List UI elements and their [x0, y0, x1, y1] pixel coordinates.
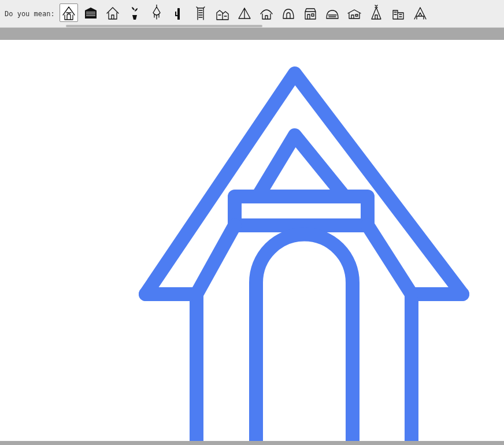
building-icon[interactable]	[389, 3, 407, 22]
tepee-icon[interactable]	[367, 3, 386, 22]
town-icon[interactable]	[213, 3, 232, 22]
drawing-canvas[interactable]	[0, 40, 504, 441]
hanging-plant-icon[interactable]	[147, 3, 166, 22]
suggestion-strip[interactable]	[60, 3, 499, 24]
doghouse-icon[interactable]	[60, 3, 78, 22]
tower-icon[interactable]	[191, 3, 210, 22]
tent-icon[interactable]	[235, 3, 254, 22]
cactus-icon[interactable]	[169, 3, 188, 22]
doghouse-drawing	[0, 40, 504, 441]
a-frame-icon[interactable]	[411, 3, 429, 22]
garage-icon[interactable]	[81, 3, 100, 22]
bottom-bar	[0, 441, 504, 445]
suggestion-scrollbar[interactable]	[66, 25, 262, 27]
haystack-icon[interactable]	[323, 3, 342, 22]
suggestion-toolbar: Do you mean:	[0, 0, 504, 28]
shop-icon[interactable]	[301, 3, 320, 22]
dome-hut-icon[interactable]	[279, 3, 298, 22]
hut-icon[interactable]	[257, 3, 276, 22]
prompt-label: Do you mean:	[5, 10, 55, 18]
house-icon[interactable]	[103, 3, 122, 22]
bungalow-icon[interactable]	[345, 3, 364, 22]
divider-bar	[0, 28, 504, 40]
plant-icon[interactable]	[125, 3, 144, 22]
